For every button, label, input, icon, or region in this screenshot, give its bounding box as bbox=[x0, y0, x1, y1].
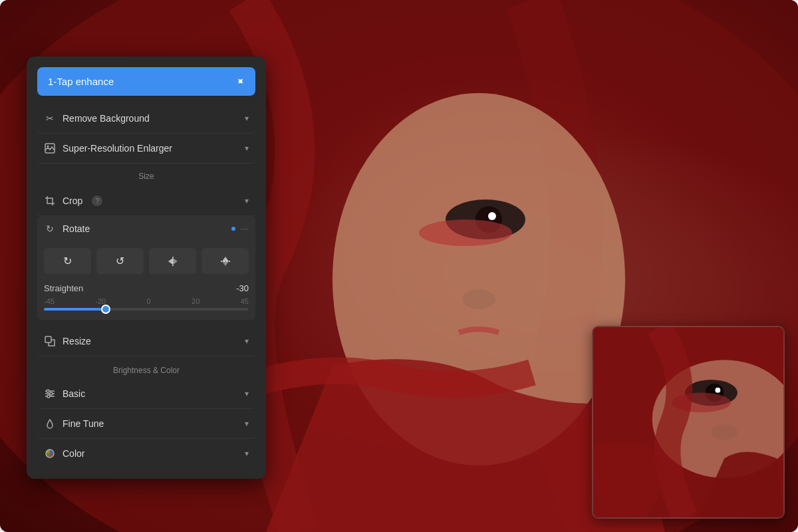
crop-label: Crop bbox=[63, 196, 82, 206]
enhance-button-label: 1-Tap enhance bbox=[48, 76, 114, 87]
rotate-buttons-row: ↻ ↺ bbox=[44, 248, 249, 274]
thumbnail-face bbox=[593, 327, 783, 517]
resize-item[interactable]: Resize ▾ bbox=[37, 327, 255, 356]
remove-background-item[interactable]: ✂ Remove Background ▾ bbox=[37, 104, 255, 134]
straighten-slider-track bbox=[44, 308, 249, 311]
straighten-value: -30 bbox=[236, 283, 249, 293]
super-resolution-label: Super-Resolution Enlarger bbox=[63, 143, 172, 154]
slider-thumb[interactable] bbox=[101, 305, 110, 314]
sliders-icon bbox=[44, 388, 56, 400]
size-section-label: Size bbox=[37, 164, 255, 186]
flip-horizontal-button[interactable] bbox=[149, 248, 196, 274]
chevron-down-icon: ▾ bbox=[245, 336, 249, 346]
basic-item[interactable]: Basic ▾ bbox=[37, 379, 255, 409]
straighten-row: Straighten -30 bbox=[44, 283, 249, 293]
slider-tick-3: 0 bbox=[147, 297, 151, 305]
flip-vertical-button[interactable] bbox=[201, 248, 249, 274]
chevron-down-icon: ▾ bbox=[245, 449, 249, 458]
rotate-icon: ↻ bbox=[44, 223, 56, 235]
remove-background-label: Remove Background bbox=[63, 113, 150, 124]
slider-tick-1: -45 bbox=[44, 297, 55, 305]
fine-tune-item[interactable]: Fine Tune ▾ bbox=[37, 409, 255, 439]
svg-point-13 bbox=[712, 424, 737, 440]
crop-item[interactable]: Crop ? ▾ bbox=[37, 186, 255, 216]
drop-icon bbox=[44, 418, 56, 430]
svg-point-6 bbox=[462, 289, 495, 309]
svg-point-19 bbox=[47, 395, 50, 398]
rotate-ccw-button[interactable]: ↺ bbox=[96, 248, 144, 274]
color-item[interactable]: Color ▾ bbox=[37, 439, 255, 468]
svg-rect-16 bbox=[45, 336, 51, 342]
resize-icon bbox=[44, 335, 56, 347]
svg-point-11 bbox=[715, 388, 720, 393]
slider-labels: -45 -20 0 20 45 bbox=[44, 297, 249, 305]
rotate-item[interactable]: ↻ Rotate — bbox=[37, 216, 255, 241]
color-icon bbox=[44, 448, 56, 460]
straighten-label: Straighten bbox=[44, 283, 83, 293]
help-badge[interactable]: ? bbox=[92, 196, 102, 206]
scissors-icon: ✂ bbox=[44, 112, 56, 124]
rotate-dash: — bbox=[241, 224, 249, 233]
super-resolution-item[interactable]: Super-Resolution Enlarger ▾ bbox=[37, 134, 255, 164]
color-label: Color bbox=[63, 448, 84, 459]
svg-point-4 bbox=[488, 212, 496, 220]
slider-fill bbox=[44, 308, 105, 311]
slider-track[interactable] bbox=[44, 308, 249, 311]
enhance-button[interactable]: 1-Tap enhance ✦ bbox=[37, 67, 255, 96]
slider-tick-5: 45 bbox=[241, 297, 249, 305]
slider-tick-4: 20 bbox=[192, 297, 200, 305]
crop-icon bbox=[44, 195, 56, 207]
rotate-active-dot bbox=[231, 227, 235, 231]
chevron-down-icon: ▾ bbox=[245, 419, 249, 428]
thumbnail-preview bbox=[592, 326, 785, 519]
sidebar-panel: 1-Tap enhance ✦ ✂ Remove Background ▾ bbox=[27, 57, 266, 479]
chevron-down-icon: ▾ bbox=[245, 144, 249, 153]
chevron-down-icon: ▾ bbox=[245, 196, 249, 205]
image-icon bbox=[44, 142, 56, 154]
app-container: 1-Tap enhance ✦ ✂ Remove Background ▾ bbox=[0, 0, 798, 532]
brightness-section-label: Brightness & Color bbox=[37, 356, 255, 379]
wand-icon: ✦ bbox=[233, 74, 248, 89]
fine-tune-label: Fine Tune bbox=[63, 418, 104, 429]
rotate-label: Rotate bbox=[63, 223, 90, 234]
svg-point-15 bbox=[47, 146, 49, 148]
svg-point-17 bbox=[47, 390, 49, 392]
chevron-down-icon: ▾ bbox=[245, 114, 249, 123]
rotate-cw-button[interactable]: ↻ bbox=[44, 248, 91, 274]
basic-label: Basic bbox=[63, 388, 85, 399]
chevron-down-icon: ▾ bbox=[245, 389, 249, 398]
svg-point-18 bbox=[50, 392, 53, 395]
resize-label: Resize bbox=[63, 336, 91, 346]
svg-point-5 bbox=[419, 219, 512, 246]
rotate-controls-panel: ↻ ↺ bbox=[37, 241, 255, 320]
